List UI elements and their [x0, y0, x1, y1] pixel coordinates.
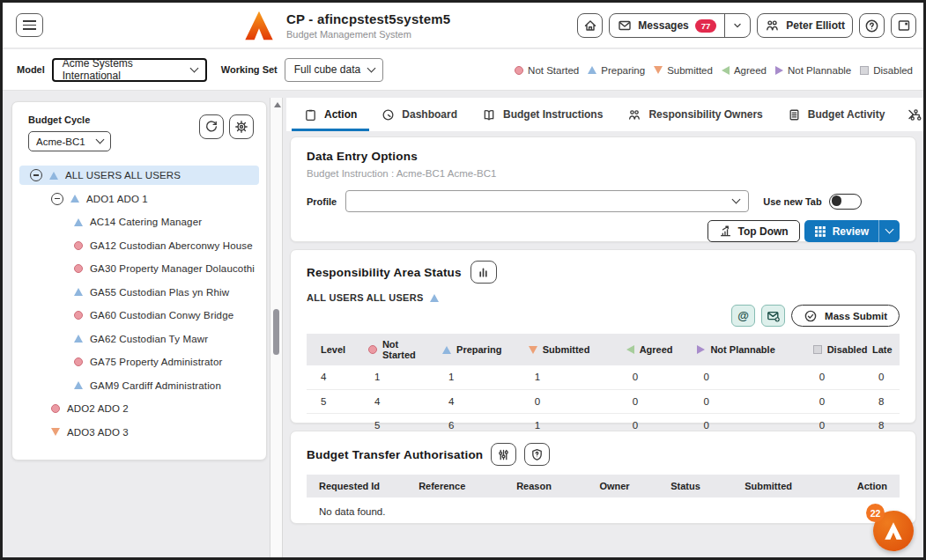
transfer-column-header: Owner [594, 475, 665, 497]
collapse-icon[interactable] [30, 169, 42, 181]
collapse-icon[interactable] [51, 193, 63, 205]
tree-item-label: GA12 Custodian Aberconwy House [90, 240, 253, 251]
panel-icon [897, 18, 911, 33]
filter-button[interactable] [491, 443, 516, 466]
mention-button[interactable]: @ [731, 305, 755, 327]
help-button[interactable] [859, 13, 885, 38]
status-table-row: 41110000 [307, 365, 900, 389]
transfer-column-header: Reference [413, 475, 511, 497]
model-select[interactable]: Acme Systems International [52, 58, 207, 82]
scroll-up-icon[interactable] [274, 102, 281, 107]
budget-instruction-text: Budget Instruction : Acme-BC1 Acme-BC1 [307, 168, 900, 179]
budget-cycle-label: Budget Cycle [28, 114, 111, 125]
tri-left-status-icon [722, 66, 730, 75]
tab-budget-instructions[interactable]: Budget Instructions [470, 98, 615, 131]
chart-view-button[interactable] [470, 261, 497, 284]
budget-transfer-card: Budget Transfer Authorisation Requested … [290, 431, 916, 524]
circle-status-icon [74, 311, 83, 320]
profile-select[interactable] [345, 190, 749, 212]
legend-label: Disabled [873, 65, 913, 76]
user-button[interactable]: Peter Elliott [757, 13, 853, 38]
status-cell: 4 [307, 365, 363, 389]
tab-action[interactable]: Action [292, 98, 369, 131]
budget-cycle-panel: Budget Cycle Acme-BC1 ALL USERS ALL USER… [11, 101, 267, 461]
budget-cycle-value: Acme-BC1 [36, 136, 85, 147]
tree-item[interactable]: GA30 Property Manager Dolaucothi [19, 259, 259, 278]
settings-button[interactable] [229, 114, 254, 139]
tri-right-status-icon [697, 345, 705, 354]
tree-item-label: GA30 Property Manager Dolaucothi [90, 263, 255, 274]
status-cell: 0 [808, 365, 867, 389]
status-cell: 1 [363, 365, 437, 389]
status-cell: 0 [808, 389, 867, 413]
authorisation-help-button[interactable] [524, 443, 550, 466]
tabs-overflow-button[interactable] [904, 98, 918, 131]
send-mail-button[interactable] [761, 305, 785, 327]
tree-item[interactable]: GA62 Custodian Ty Mawr [19, 329, 259, 349]
tri-up-status-icon [49, 172, 58, 180]
at-icon: @ [737, 309, 749, 322]
use-new-tab-toggle[interactable] [829, 194, 862, 210]
status-cell: 1 [437, 365, 523, 389]
tree-item-label: GA62 Custodian Ty Mawr [90, 334, 208, 344]
tree-item[interactable]: GA60 Custodian Conwy Bridge [19, 306, 259, 325]
notification-count-badge[interactable]: 22 [866, 504, 885, 522]
status-cell: 0 [692, 365, 807, 389]
tree-item[interactable]: GA75 Property Administrator [19, 352, 259, 372]
review-dropdown-button[interactable] [878, 220, 900, 242]
tree-item[interactable]: ALL USERS ALL USERS [19, 166, 259, 185]
status-legend: Not StartedPreparingSubmittedAgreedNot P… [515, 49, 913, 91]
help-icon [864, 18, 879, 33]
mass-submit-button[interactable]: Mass Submit [791, 305, 900, 327]
tree-item[interactable]: GAM9 Cardiff Administration [19, 376, 259, 395]
book-icon [482, 108, 496, 122]
transfer-table: Requested IdReferenceReasonOwnerStatusSu… [307, 475, 900, 497]
vertical-scrollbar[interactable] [270, 98, 283, 557]
menu-icon[interactable] [16, 13, 43, 37]
bar-chart-icon [477, 266, 490, 279]
document-icon [788, 108, 801, 122]
tab-responsibility-owners[interactable]: Responsibility Owners [615, 98, 774, 131]
top-down-button[interactable]: Top Down [707, 220, 800, 242]
transfer-column-header: Reason [511, 475, 594, 497]
status-cell: 4 [437, 389, 523, 413]
budget-cycle-select[interactable]: Acme-BC1 [28, 131, 111, 151]
page-subtitle: Budget Management System [286, 29, 450, 40]
tab-label: Responsibility Owners [648, 108, 762, 121]
status-column-header: Submitted [523, 334, 621, 365]
brand-logo-icon [882, 519, 905, 542]
messages-button[interactable]: Messages 77 [610, 14, 724, 37]
tri-right-status-icon [775, 66, 783, 75]
people-icon [627, 108, 641, 122]
refresh-button[interactable] [199, 114, 224, 139]
working-set-select[interactable]: Full cube data [285, 58, 383, 82]
transfer-column-header: Action [828, 475, 900, 497]
status-table: LevelNot StartedPreparingSubmittedAgreed… [307, 334, 900, 438]
panel-button[interactable] [891, 13, 916, 38]
review-button[interactable]: Review [804, 220, 878, 242]
tree-item[interactable]: ADO2 ADO 2 [19, 399, 259, 418]
tree-item[interactable]: GA55 Custodian Plas yn Rhiw [19, 283, 259, 302]
tri-up-status-icon [442, 346, 451, 354]
use-new-tab-label: Use new Tab [763, 196, 821, 207]
messages-count-badge: 77 [695, 19, 717, 33]
tree-item[interactable]: AC14 Catering Manager [19, 212, 259, 232]
tab-dashboard[interactable]: Dashboard [369, 98, 470, 131]
legend-item: Not Started [515, 65, 579, 76]
home-button[interactable] [577, 13, 603, 38]
responsibility-area-status-card: Responsibility Area Status ALL USERS ALL… [290, 249, 916, 424]
circle-status-icon [368, 345, 377, 354]
tree-item[interactable]: ADO3 ADO 3 [19, 423, 259, 442]
tree-item[interactable]: ADO1 ADO 1 [19, 189, 259, 209]
messages-dropdown-button[interactable] [724, 14, 750, 37]
tri-up-status-icon [74, 288, 83, 296]
tree-item[interactable]: GA12 Custodian Aberconwy House [19, 236, 259, 255]
circle-status-icon [515, 66, 523, 75]
tab-label: Budget Activity [808, 108, 885, 121]
gear-icon [234, 120, 248, 134]
data-entry-options-card: Data Entry Options Budget Instruction : … [290, 136, 916, 242]
tri-up-status-icon [74, 335, 83, 343]
scrollbar-thumb[interactable] [273, 309, 279, 355]
transfer-column-header: Status [665, 475, 739, 497]
tab-budget-activity[interactable]: Budget Activity [775, 98, 898, 131]
